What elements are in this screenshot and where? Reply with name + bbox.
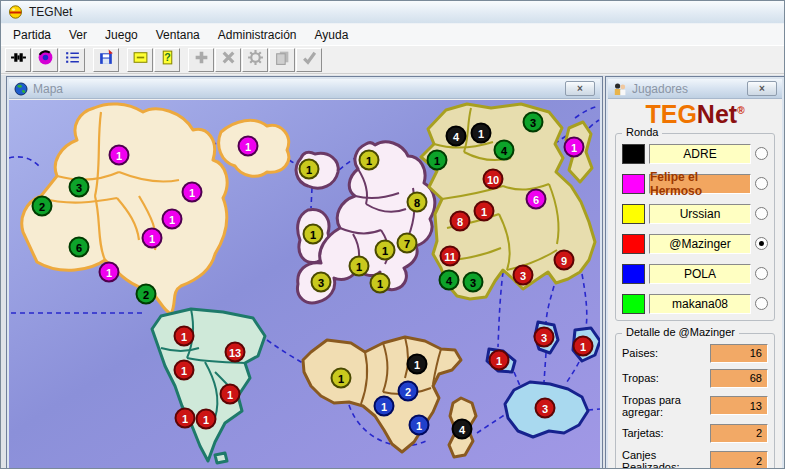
player-radio-adre[interactable]	[755, 147, 768, 160]
territory-marker-red[interactable]: 1	[175, 408, 196, 429]
territory-marker-red[interactable]: 13	[225, 342, 246, 363]
player-color-swatch	[622, 294, 645, 314]
toolbar-confirm-button	[296, 48, 322, 72]
territory-marker-blue[interactable]: 1	[374, 396, 395, 417]
detail-row-canjes-realizados: Canjes Realizados:2	[622, 449, 768, 469]
territory-marker-red[interactable]: 3	[534, 327, 555, 348]
detail-value: 2	[710, 424, 768, 443]
territory-marker-yellow[interactable]: 1	[370, 273, 391, 294]
territory-marker-yellow[interactable]: 7	[397, 233, 418, 254]
ronda-groupbox: Ronda ADREFelipe el HermosoUrssian@Mazin…	[615, 133, 775, 321]
toolbar-note-card-button[interactable]	[127, 48, 153, 72]
territory-marker-magenta[interactable]: 1	[238, 136, 259, 157]
territory-marker-blue[interactable]: 1	[409, 415, 430, 436]
window-title: TEGNet	[29, 5, 72, 19]
territory-marker-yellow[interactable]: 1	[375, 240, 396, 261]
detail-label: Tropas:	[622, 372, 659, 384]
territory-marker-red[interactable]: 1	[474, 201, 495, 222]
territory-marker-black[interactable]: 1	[471, 123, 492, 144]
territory-marker-yellow[interactable]: 1	[303, 224, 324, 245]
territory-marker-yellow[interactable]: 1	[359, 150, 380, 171]
player-radio-mazinger[interactable]	[755, 237, 768, 250]
territory-marker-green[interactable]: 6	[69, 237, 90, 258]
player-row-adre: ADRE	[622, 144, 768, 164]
territory-marker-yellow[interactable]: 3	[311, 272, 332, 293]
player-row-pola: POLA	[622, 264, 768, 284]
menu-ayuda[interactable]: Ayuda	[306, 25, 358, 45]
detail-row-tropas: Tropas:68	[622, 369, 768, 388]
save-icon	[98, 49, 115, 70]
territory-marker-red[interactable]: 1	[174, 326, 195, 347]
territory-marker-black[interactable]: 4	[452, 419, 473, 440]
territory-marker-magenta[interactable]: 1	[162, 209, 183, 230]
territory-marker-blue[interactable]: 2	[398, 381, 419, 402]
territory-marker-green[interactable]: 3	[463, 272, 484, 293]
menu-administracio-n[interactable]: Administración	[209, 25, 306, 45]
toolbar-list-button[interactable]	[59, 48, 85, 72]
menu-juego[interactable]: Juego	[96, 25, 147, 45]
territory-marker-green[interactable]: 2	[32, 196, 53, 217]
list-icon	[64, 49, 81, 70]
tegnet-logo: TEGNet®	[608, 101, 782, 129]
territory-marker-green[interactable]: 3	[523, 112, 544, 133]
territory-marker-red[interactable]: 1	[196, 409, 217, 430]
territory-marker-yellow[interactable]: 8	[407, 192, 428, 213]
territory-marker-red[interactable]: 1	[174, 360, 195, 381]
territory-marker-magenta[interactable]: 1	[109, 145, 130, 166]
globe-icon	[14, 82, 28, 96]
players-window: Jugadores × TEGNet® Ronda ADREFelipe el …	[605, 76, 784, 468]
territory-marker-magenta[interactable]: 1	[564, 137, 585, 158]
player-radio-makana08[interactable]	[755, 297, 768, 310]
toolbar-copy-button	[269, 48, 295, 72]
menu-partida[interactable]: Partida	[4, 25, 60, 45]
toolbar-globe-swirl-button[interactable]	[32, 48, 58, 72]
territory-marker-red[interactable]: 9	[554, 250, 575, 271]
territory-marker-red[interactable]: 3	[535, 398, 556, 419]
toolbar-connect-button[interactable]	[5, 48, 31, 72]
map-window-titlebar[interactable]: Mapa ×	[9, 79, 600, 99]
territory-marker-green[interactable]: 4	[494, 140, 515, 161]
player-radio-felipe-el-hermoso[interactable]	[755, 177, 768, 190]
player-radio-urssian[interactable]	[755, 207, 768, 220]
territory-marker-yellow[interactable]: 1	[331, 368, 352, 389]
player-radio-pola[interactable]	[755, 267, 768, 280]
players-window-close-button[interactable]: ×	[747, 81, 777, 96]
territory-marker-green[interactable]: 3	[69, 177, 90, 198]
territory-marker-magenta[interactable]: 6	[526, 189, 547, 210]
territory-marker-yellow[interactable]: 1	[299, 159, 320, 180]
map-window-title: Mapa	[33, 82, 560, 96]
menu-ver[interactable]: Ver	[60, 25, 96, 45]
detail-row-paises: Paises:16	[622, 344, 768, 363]
territory-marker-yellow[interactable]: 1	[349, 256, 370, 277]
map-window-close-button[interactable]: ×	[565, 81, 595, 96]
territory-marker-red[interactable]: 8	[450, 211, 471, 232]
territory-marker-green[interactable]: 1	[427, 150, 448, 171]
logo-net: Net	[697, 100, 737, 128]
players-list: ADREFelipe el HermosoUrssian@MazingerPOL…	[622, 144, 768, 314]
detail-row-tarjetas: Tarjetas:2	[622, 424, 768, 443]
territory-marker-magenta[interactable]: 1	[182, 182, 203, 203]
territory-marker-magenta[interactable]: 1	[142, 228, 163, 249]
territory-marker-red[interactable]: 1	[573, 336, 594, 357]
territory-marker-black[interactable]: 4	[446, 126, 467, 147]
territory-marker-red[interactable]: 10	[483, 169, 504, 190]
detail-groupbox: Detalle de @Mazinger Paises:16Tropas:68T…	[615, 333, 775, 469]
territory-marker-red[interactable]: 11	[440, 246, 461, 267]
players-window-titlebar[interactable]: Jugadores ×	[608, 79, 782, 99]
territory-marker-magenta[interactable]: 1	[99, 262, 120, 283]
toolbar-help-card-button[interactable]: ?	[154, 48, 180, 72]
territory-marker-green[interactable]: 4	[439, 270, 460, 291]
territory-marker-red[interactable]: 3	[513, 265, 534, 286]
toolbar-add-button	[188, 48, 214, 72]
mdi-workspace: Mapa ×	[1, 75, 784, 468]
territory-marker-red[interactable]: 1	[489, 350, 510, 371]
territory-marker-red[interactable]: 1	[220, 384, 241, 405]
toolbar-save-button[interactable]	[93, 48, 119, 72]
app-titlebar[interactable]: TEGNet	[1, 1, 784, 23]
territory-marker-green[interactable]: 2	[136, 284, 157, 305]
add-icon	[193, 49, 210, 70]
player-name-field: Felipe el Hermoso	[649, 174, 751, 194]
territory-marker-black[interactable]: 1	[407, 354, 428, 375]
map-canvas: 1321116121118171131413411106181149331131…	[9, 100, 600, 468]
menu-ventana[interactable]: Ventana	[147, 25, 209, 45]
